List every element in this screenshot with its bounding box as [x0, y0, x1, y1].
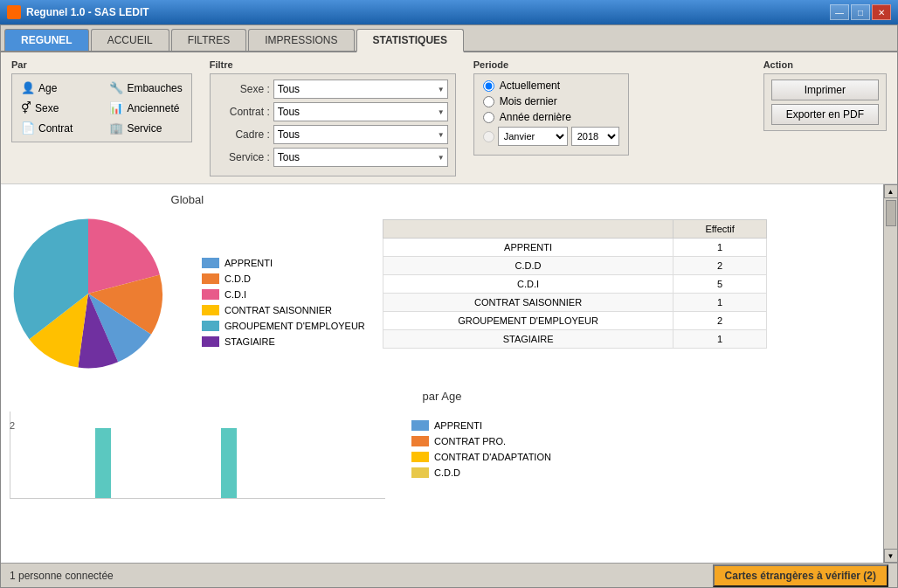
scrollbar-up-button[interactable]: ▲ [884, 184, 898, 198]
filtre-service-select[interactable]: Tous [273, 148, 448, 167]
legend-stagiaire-label: STAGIAIRE [224, 336, 275, 347]
stats-table: Effectif APPRENTI 1 [383, 219, 767, 349]
row-apprenti-label: APPRENTI [383, 239, 674, 257]
filtre-contrat-select[interactable]: Tous [273, 102, 448, 121]
legend-apprenti-color [202, 258, 219, 268]
legend-stagiaire: STAGIAIRE [202, 336, 365, 347]
par-anciennete[interactable]: 📊 Ancienneté [106, 100, 185, 116]
title-bar: Regunel 1.0 - SAS LEDIT — □ ✕ [0, 0, 898, 24]
tab-accueil[interactable]: ACCUEIL [91, 29, 169, 51]
status-bar: 1 personne connectée Cartes étrangères à… [1, 563, 897, 587]
par-sexe[interactable]: ⚥ Sexe [17, 100, 97, 116]
month-select[interactable]: JanvierFévrierMars AvrilMaiJuin JuilletA… [498, 127, 568, 146]
age-icon: 👤 [21, 81, 35, 94]
par-embauches[interactable]: 🔧 Embauches [106, 80, 185, 96]
legend-groupement-color [202, 321, 219, 331]
filtre-section: Filtre Sexe : TousHommeFemme Contrat : [210, 59, 456, 176]
row-stagiaire-label: STAGIAIRE [383, 330, 674, 349]
radio-annee-derniere-label: Année dernière [500, 111, 571, 123]
scrollbar-track [884, 198, 898, 549]
legend-groupement: GROUPEMENT D'EMPLOYEUR [202, 321, 365, 331]
filtre-contrat-label: Contrat : [218, 106, 270, 118]
filtre-contrat-row: Contrat : Tous [218, 102, 448, 121]
bar-legend-contrat-adaptation: CONTRAT D'ADAPTATION [411, 452, 551, 462]
pie-chart [10, 215, 167, 372]
tab-filtres[interactable]: FILTRES [171, 29, 246, 51]
legend-cdi-color [202, 289, 219, 300]
tab-impressions[interactable]: IMPRESSIONS [248, 29, 354, 51]
main-window: REGUNEL ACCUEIL FILTRES IMPRESSIONS STAT… [0, 24, 898, 588]
bar-legend-apprenti-color [411, 420, 429, 431]
filtre-service-label: Service : [218, 151, 270, 163]
legend-saisonnier-color [202, 305, 219, 315]
bar-legend-cdd-color [411, 467, 429, 478]
imprimer-button[interactable]: Imprimer [771, 80, 879, 100]
tab-statistiques[interactable]: STATISTIQUES [356, 29, 465, 52]
legend-apprenti: APPRENTI [202, 258, 365, 268]
window-controls: — □ ✕ [830, 4, 891, 20]
minimize-button[interactable]: — [830, 4, 849, 20]
radio-annee-derniere-input[interactable] [483, 112, 494, 123]
close-button[interactable]: ✕ [872, 4, 891, 20]
bar-legend-contrat-adaptation-label: CONTRAT D'ADAPTATION [434, 452, 551, 462]
filtre-contrat-wrapper: Tous [273, 102, 448, 121]
radio-annee-derniere: Année dernière [483, 111, 619, 123]
radio-mois-dernier-input[interactable] [483, 96, 494, 107]
filtre-sexe-row: Sexe : TousHommeFemme [218, 80, 448, 99]
maximize-button[interactable]: □ [851, 4, 870, 20]
legend-apprenti-label: APPRENTI [224, 258, 273, 268]
bar-title: par Age [10, 390, 874, 403]
bar-legend-contrat-pro-label: CONTRAT PRO. [434, 436, 506, 446]
filtre-cadre-label: Cadre : [218, 128, 270, 141]
global-title: Global [171, 193, 204, 206]
row-saisonnier-label: CONTRAT SAISONNIER [383, 294, 674, 312]
radio-custom: JanvierFévrierMars AvrilMaiJuin JuilletA… [483, 127, 619, 146]
scrollbar-thumb[interactable] [886, 200, 896, 226]
filtre-sexe-select[interactable]: TousHommeFemme [273, 80, 448, 99]
par-embauches-label: Embauches [127, 82, 182, 94]
row-saisonnier-value: 1 [674, 294, 766, 312]
table-header-effectif: Effectif [674, 220, 766, 239]
par-contrat[interactable]: 📄 Contrat [17, 120, 97, 136]
radio-mois-dernier: Mois dernier [483, 95, 619, 107]
legend-cdi: C.D.I [202, 289, 365, 300]
filtre-service-wrapper: Tous [273, 148, 448, 167]
legend-stagiaire-color [202, 336, 219, 347]
row-stagiaire-value: 1 [674, 330, 766, 349]
main-content-inner: Global [1, 184, 883, 563]
table-row: C.D.D 2 [383, 257, 766, 275]
row-groupement-value: 2 [674, 312, 766, 330]
par-anciennete-label: Ancienneté [127, 102, 179, 114]
year-select[interactable]: 201820172016 [571, 127, 619, 146]
radio-actuellement-label: Actuellement [500, 80, 560, 92]
radio-actuellement-input[interactable] [483, 80, 494, 92]
filtre-sexe-wrapper: TousHommeFemme [273, 80, 448, 99]
sexe-icon: ⚥ [21, 101, 31, 114]
tab-regunel[interactable]: REGUNEL [4, 29, 89, 51]
embauches-icon: 🔧 [109, 81, 123, 94]
chart-area: Global [1, 184, 883, 563]
filtre-cadre-select[interactable]: Tous [273, 125, 448, 144]
par-sexe-label: Sexe [35, 102, 59, 114]
contrat-icon: 📄 [21, 121, 35, 135]
scrollbar-down-button[interactable]: ▼ [884, 549, 898, 563]
filtre-cadre-wrapper: Tous [273, 125, 448, 144]
alert-button[interactable]: Cartes étrangères à vérifier (2) [713, 564, 888, 587]
row-cdd-value: 2 [674, 257, 766, 275]
connected-status: 1 personne connectée [10, 570, 114, 582]
radio-custom-input[interactable] [483, 131, 494, 142]
par-service[interactable]: 🏢 Service [106, 120, 185, 136]
par-title: Par [11, 59, 192, 70]
legend-saisonnier-label: CONTRAT SAISONNIER [224, 305, 332, 315]
bar-chart-wrapper: 2 [10, 412, 385, 499]
par-age[interactable]: 👤 Age [17, 80, 97, 96]
periode-title: Periode [473, 59, 629, 70]
bar-legend-apprenti-label: APPRENTI [434, 420, 482, 431]
filtre-title: Filtre [210, 59, 456, 70]
bar-legend-cdd-label: C.D.D [434, 467, 460, 478]
nav-bar: REGUNEL ACCUEIL FILTRES IMPRESSIONS STAT… [1, 25, 897, 52]
legend-cdd-label: C.D.D [224, 273, 251, 284]
exporter-pdf-button[interactable]: Exporter en PDF [771, 104, 879, 125]
pie-container: Global [10, 193, 365, 372]
bar-legend-contrat-pro-color [411, 436, 429, 446]
